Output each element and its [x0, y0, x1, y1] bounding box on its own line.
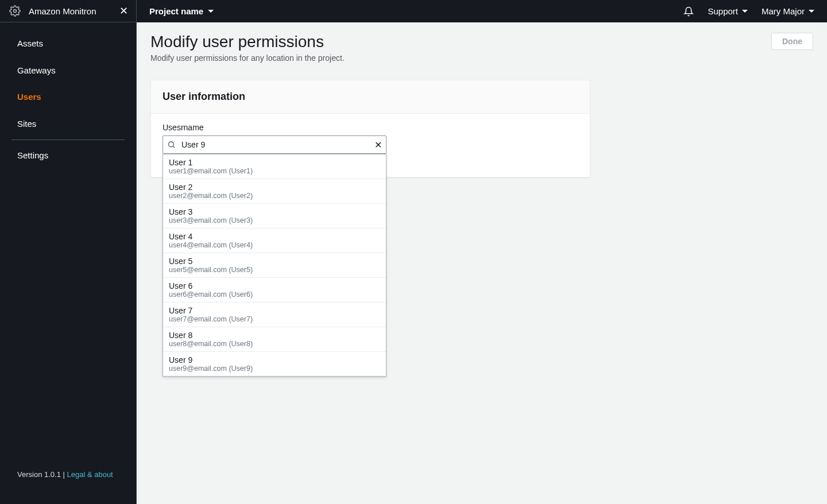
main-content: Modify user permissions Modify user perm… — [137, 22, 827, 504]
dropdown-item[interactable]: User 1user1@email.com (User1) — [163, 154, 386, 179]
legal-link[interactable]: Legal & about — [67, 470, 113, 479]
panel-body: Usesrname ✕ User 1user1@email.com (User1… — [151, 114, 590, 177]
dropdown-item-name: User 7 — [169, 306, 380, 315]
sidebar-item-sites[interactable]: Sites — [0, 111, 136, 138]
user-information-panel: User information Usesrname ✕ User 1user1… — [150, 80, 590, 177]
sidebar-item-gateways[interactable]: Gateways — [0, 57, 136, 84]
username-dropdown: User 1user1@email.com (User1)User 2user2… — [163, 154, 387, 377]
project-name: Project name — [149, 6, 203, 16]
user-label: Mary Major — [762, 6, 805, 16]
dropdown-item-sub: user3@email.com (User3) — [169, 216, 380, 224]
dropdown-item[interactable]: User 4user4@email.com (User4) — [163, 228, 386, 253]
brand-area: Amazon Monitron ✕ — [0, 0, 137, 22]
chevron-down-icon — [742, 10, 748, 13]
dropdown-item-name: User 1 — [169, 158, 380, 167]
project-selector[interactable]: Project name — [137, 6, 214, 16]
sidebar-footer: Version 1.0.1 | Legal & about — [0, 470, 136, 504]
dropdown-item-name: User 2 — [169, 183, 380, 192]
dropdown-item[interactable]: User 7user7@email.com (User7) — [163, 303, 386, 327]
page-title: Modify user permissions — [150, 33, 345, 51]
done-button[interactable]: Done — [771, 33, 813, 50]
page-subtitle: Modify user permissions for any location… — [150, 53, 345, 63]
chevron-down-icon — [809, 10, 814, 13]
sidebar-item-label: Gateways — [17, 65, 56, 75]
dropdown-item[interactable]: User 9user9@email.com (User9) — [163, 352, 386, 376]
svg-point-0 — [14, 10, 17, 13]
dropdown-item-sub: user6@email.com (User6) — [169, 290, 380, 298]
dropdown-item[interactable]: User 8user8@email.com (User8) — [163, 327, 386, 352]
sidebar-item-label: Users — [17, 92, 41, 102]
sidebar: Assets Gateways Users Sites Settings Ver… — [0, 22, 137, 504]
page-header: Modify user permissions Modify user perm… — [137, 22, 827, 69]
chevron-down-icon — [208, 10, 214, 13]
search-icon — [167, 141, 176, 149]
dropdown-item-sub: user2@email.com (User2) — [169, 192, 380, 200]
dropdown-item-sub: user8@email.com (User8) — [169, 340, 380, 348]
notifications-icon[interactable] — [683, 6, 694, 17]
version-text: Version 1.0.1 | — [17, 470, 67, 479]
close-icon[interactable]: ✕ — [119, 6, 128, 16]
sidebar-item-label: Settings — [17, 150, 48, 160]
panel-title: User information — [151, 80, 590, 114]
brand-name: Amazon Monitron — [29, 6, 96, 16]
svg-point-1 — [169, 142, 174, 147]
dropdown-item-sub: user7@email.com (User7) — [169, 315, 380, 323]
clear-icon[interactable]: ✕ — [374, 139, 382, 150]
support-menu[interactable]: Support — [708, 6, 748, 16]
dropdown-item[interactable]: User 2user2@email.com (User2) — [163, 179, 386, 204]
sidebar-item-settings[interactable]: Settings — [0, 142, 136, 169]
dropdown-item-name: User 3 — [169, 207, 380, 216]
dropdown-item-sub: user5@email.com (User5) — [169, 266, 380, 274]
sidebar-item-label: Assets — [17, 38, 43, 48]
sidebar-item-users[interactable]: Users — [0, 84, 136, 111]
sidebar-divider — [11, 139, 125, 140]
sidebar-nav: Assets Gateways Users Sites Settings — [0, 22, 136, 169]
dropdown-item-sub: user4@email.com (User4) — [169, 241, 380, 249]
dropdown-item[interactable]: User 3user3@email.com (User3) — [163, 204, 386, 228]
topbar: Amazon Monitron ✕ Project name Support M… — [0, 0, 827, 22]
username-label: Usesrname — [163, 123, 578, 132]
dropdown-item-name: User 6 — [169, 281, 380, 290]
topbar-right: Support Mary Major — [683, 6, 827, 17]
username-search-wrap: ✕ User 1user1@email.com (User1)User 2use… — [163, 135, 387, 154]
dropdown-item-sub: user9@email.com (User9) — [169, 365, 380, 373]
sidebar-item-label: Sites — [17, 119, 36, 129]
user-menu[interactable]: Mary Major — [762, 6, 814, 16]
support-label: Support — [708, 6, 738, 16]
dropdown-item-name: User 4 — [169, 232, 380, 241]
dropdown-item-name: User 9 — [169, 355, 380, 365]
dropdown-item-name: User 5 — [169, 257, 380, 266]
svg-line-2 — [173, 146, 175, 148]
dropdown-item-sub: user1@email.com (User1) — [169, 167, 380, 175]
dropdown-item-name: User 8 — [169, 331, 380, 340]
sidebar-item-assets[interactable]: Assets — [0, 30, 136, 57]
monitron-gear-icon — [9, 5, 21, 17]
username-search-input[interactable] — [163, 135, 387, 154]
dropdown-item[interactable]: User 5user5@email.com (User5) — [163, 253, 386, 278]
dropdown-item[interactable]: User 6user6@email.com (User6) — [163, 278, 386, 303]
